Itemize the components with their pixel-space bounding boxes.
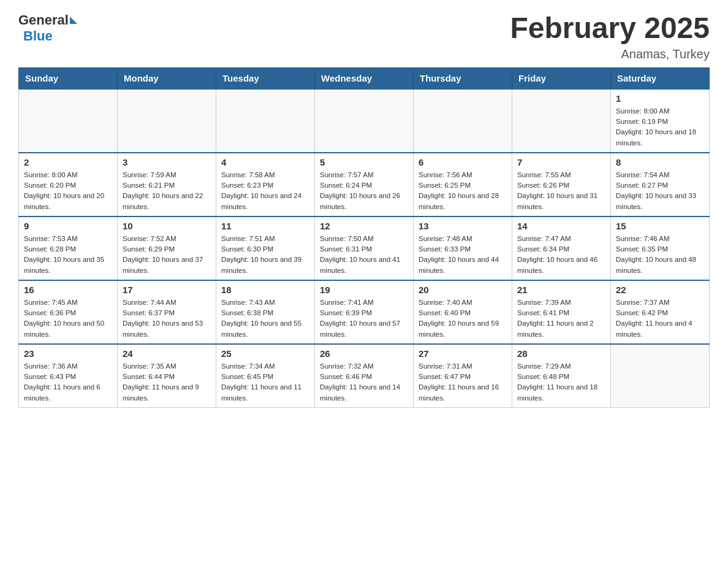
col-header-monday: Monday xyxy=(118,67,216,89)
calendar-cell xyxy=(118,89,216,153)
day-info: Sunrise: 7:53 AMSunset: 6:28 PMDaylight:… xyxy=(24,234,112,276)
col-header-tuesday: Tuesday xyxy=(216,67,315,89)
calendar-cell: 11Sunrise: 7:51 AMSunset: 6:30 PMDayligh… xyxy=(216,216,315,280)
logo-general-text: General xyxy=(18,12,69,28)
day-info: Sunrise: 7:29 AMSunset: 6:48 PMDaylight:… xyxy=(517,361,605,404)
week-row-3: 9Sunrise: 7:53 AMSunset: 6:28 PMDaylight… xyxy=(19,216,710,280)
calendar-cell: 10Sunrise: 7:52 AMSunset: 6:29 PMDayligh… xyxy=(118,216,216,280)
week-row-2: 2Sunrise: 8:00 AMSunset: 6:20 PMDaylight… xyxy=(19,153,710,216)
calendar-cell: 23Sunrise: 7:36 AMSunset: 6:43 PMDayligh… xyxy=(19,344,118,408)
calendar-cell: 5Sunrise: 7:57 AMSunset: 6:24 PMDaylight… xyxy=(315,153,414,216)
week-row-5: 23Sunrise: 7:36 AMSunset: 6:43 PMDayligh… xyxy=(19,344,710,408)
day-number: 18 xyxy=(221,285,309,295)
calendar-cell xyxy=(216,89,315,153)
day-info: Sunrise: 7:45 AMSunset: 6:36 PMDaylight:… xyxy=(24,297,112,340)
day-info: Sunrise: 8:00 AMSunset: 6:19 PMDaylight:… xyxy=(616,106,704,148)
calendar-cell: 14Sunrise: 7:47 AMSunset: 6:34 PMDayligh… xyxy=(512,216,611,280)
day-info: Sunrise: 7:35 AMSunset: 6:44 PMDaylight:… xyxy=(123,361,211,404)
day-number: 3 xyxy=(123,157,211,167)
day-number: 22 xyxy=(616,285,704,295)
day-info: Sunrise: 7:59 AMSunset: 6:21 PMDaylight:… xyxy=(123,170,211,212)
calendar-cell: 19Sunrise: 7:41 AMSunset: 6:39 PMDayligh… xyxy=(315,280,414,344)
day-number: 9 xyxy=(24,221,112,231)
day-number: 20 xyxy=(419,285,507,295)
day-number: 4 xyxy=(221,157,309,167)
col-header-friday: Friday xyxy=(512,67,611,89)
calendar-cell: 27Sunrise: 7:31 AMSunset: 6:47 PMDayligh… xyxy=(414,344,512,408)
logo-arrow-icon xyxy=(70,17,77,24)
title-block: February 2025 Anamas, Turkey xyxy=(510,12,710,61)
col-header-thursday: Thursday xyxy=(414,67,512,89)
day-info: Sunrise: 7:37 AMSunset: 6:42 PMDaylight:… xyxy=(616,297,704,340)
day-number: 14 xyxy=(517,221,605,231)
calendar-header-row: SundayMondayTuesdayWednesdayThursdayFrid… xyxy=(19,67,710,89)
calendar-cell: 18Sunrise: 7:43 AMSunset: 6:38 PMDayligh… xyxy=(216,280,315,344)
page-header: General Blue February 2025 Anamas, Turke… xyxy=(18,12,710,61)
day-number: 19 xyxy=(320,285,408,295)
day-info: Sunrise: 7:48 AMSunset: 6:33 PMDaylight:… xyxy=(419,234,507,276)
col-header-saturday: Saturday xyxy=(611,67,710,89)
calendar-cell: 15Sunrise: 7:46 AMSunset: 6:35 PMDayligh… xyxy=(611,216,710,280)
day-number: 16 xyxy=(24,285,112,295)
day-info: Sunrise: 7:40 AMSunset: 6:40 PMDaylight:… xyxy=(419,297,507,340)
calendar-cell: 1Sunrise: 8:00 AMSunset: 6:19 PMDaylight… xyxy=(611,89,710,153)
day-info: Sunrise: 7:56 AMSunset: 6:25 PMDaylight:… xyxy=(419,170,507,212)
day-number: 17 xyxy=(123,285,211,295)
col-header-sunday: Sunday xyxy=(19,67,118,89)
calendar-cell: 24Sunrise: 7:35 AMSunset: 6:44 PMDayligh… xyxy=(118,344,216,408)
day-info: Sunrise: 7:50 AMSunset: 6:31 PMDaylight:… xyxy=(320,234,408,276)
day-info: Sunrise: 7:34 AMSunset: 6:45 PMDaylight:… xyxy=(221,361,309,404)
calendar-cell: 4Sunrise: 7:58 AMSunset: 6:23 PMDaylight… xyxy=(216,153,315,216)
day-number: 24 xyxy=(123,348,211,359)
day-number: 12 xyxy=(320,221,408,231)
day-info: Sunrise: 7:58 AMSunset: 6:23 PMDaylight:… xyxy=(221,170,309,212)
day-number: 11 xyxy=(221,221,309,231)
day-info: Sunrise: 7:47 AMSunset: 6:34 PMDaylight:… xyxy=(517,234,605,276)
calendar-cell: 16Sunrise: 7:45 AMSunset: 6:36 PMDayligh… xyxy=(19,280,118,344)
week-row-1: 1Sunrise: 8:00 AMSunset: 6:19 PMDaylight… xyxy=(19,89,710,153)
day-number: 13 xyxy=(419,221,507,231)
logo: General Blue xyxy=(18,12,77,44)
day-info: Sunrise: 7:57 AMSunset: 6:24 PMDaylight:… xyxy=(320,170,408,212)
day-info: Sunrise: 7:54 AMSunset: 6:27 PMDaylight:… xyxy=(616,170,704,212)
calendar-table: SundayMondayTuesdayWednesdayThursdayFrid… xyxy=(18,67,710,408)
day-number: 2 xyxy=(24,157,112,167)
calendar-cell: 26Sunrise: 7:32 AMSunset: 6:46 PMDayligh… xyxy=(315,344,414,408)
day-number: 8 xyxy=(616,157,704,167)
calendar-cell: 2Sunrise: 8:00 AMSunset: 6:20 PMDaylight… xyxy=(19,153,118,216)
day-number: 26 xyxy=(320,348,408,359)
day-number: 27 xyxy=(419,348,507,359)
day-info: Sunrise: 7:32 AMSunset: 6:46 PMDaylight:… xyxy=(320,361,408,404)
day-info: Sunrise: 7:46 AMSunset: 6:35 PMDaylight:… xyxy=(616,234,704,276)
calendar-cell: 6Sunrise: 7:56 AMSunset: 6:25 PMDaylight… xyxy=(414,153,512,216)
calendar-cell: 9Sunrise: 7:53 AMSunset: 6:28 PMDaylight… xyxy=(19,216,118,280)
day-info: Sunrise: 7:43 AMSunset: 6:38 PMDaylight:… xyxy=(221,297,309,340)
day-info: Sunrise: 7:31 AMSunset: 6:47 PMDaylight:… xyxy=(419,361,507,404)
day-number: 25 xyxy=(221,348,309,359)
calendar-cell: 8Sunrise: 7:54 AMSunset: 6:27 PMDaylight… xyxy=(611,153,710,216)
calendar-cell xyxy=(19,89,118,153)
calendar-cell: 17Sunrise: 7:44 AMSunset: 6:37 PMDayligh… xyxy=(118,280,216,344)
calendar-cell xyxy=(414,89,512,153)
calendar-cell: 28Sunrise: 7:29 AMSunset: 6:48 PMDayligh… xyxy=(512,344,611,408)
calendar-cell xyxy=(611,344,710,408)
calendar-cell: 13Sunrise: 7:48 AMSunset: 6:33 PMDayligh… xyxy=(414,216,512,280)
calendar-cell: 3Sunrise: 7:59 AMSunset: 6:21 PMDaylight… xyxy=(118,153,216,216)
day-info: Sunrise: 7:55 AMSunset: 6:26 PMDaylight:… xyxy=(517,170,605,212)
calendar-subtitle: Anamas, Turkey xyxy=(510,47,710,61)
calendar-cell: 7Sunrise: 7:55 AMSunset: 6:26 PMDaylight… xyxy=(512,153,611,216)
day-number: 10 xyxy=(123,221,211,231)
calendar-cell: 12Sunrise: 7:50 AMSunset: 6:31 PMDayligh… xyxy=(315,216,414,280)
day-number: 23 xyxy=(24,348,112,359)
day-info: Sunrise: 7:51 AMSunset: 6:30 PMDaylight:… xyxy=(221,234,309,276)
calendar-title: February 2025 xyxy=(510,12,710,45)
calendar-cell xyxy=(315,89,414,153)
day-number: 6 xyxy=(419,157,507,167)
day-number: 7 xyxy=(517,157,605,167)
day-info: Sunrise: 8:00 AMSunset: 6:20 PMDaylight:… xyxy=(24,170,112,212)
calendar-cell: 20Sunrise: 7:40 AMSunset: 6:40 PMDayligh… xyxy=(414,280,512,344)
day-info: Sunrise: 7:36 AMSunset: 6:43 PMDaylight:… xyxy=(24,361,112,404)
day-number: 5 xyxy=(320,157,408,167)
logo-blue-text: Blue xyxy=(23,28,53,44)
calendar-cell: 22Sunrise: 7:37 AMSunset: 6:42 PMDayligh… xyxy=(611,280,710,344)
